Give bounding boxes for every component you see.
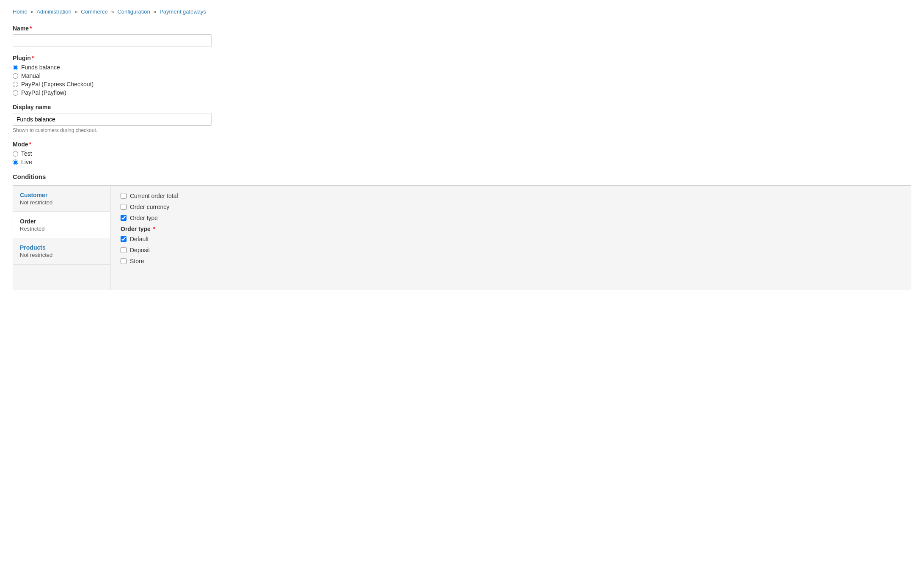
order-type-store-label[interactable]: Store — [130, 258, 144, 264]
conditions-title: Conditions — [13, 173, 911, 180]
name-field-group: Name* — [13, 25, 911, 47]
order-type-checkbox[interactable] — [121, 215, 126, 221]
mode-test: Test — [13, 150, 911, 157]
mode-live-radio[interactable] — [13, 160, 18, 165]
current-order-total-label[interactable]: Current order total — [130, 193, 178, 199]
condition-order-title: Order — [20, 218, 103, 225]
condition-products-subtitle: Not restricted — [20, 252, 103, 258]
mode-test-radio[interactable] — [13, 151, 18, 157]
mode-field-group: Mode* Test Live — [13, 141, 911, 165]
plugin-paypal-payflow: PayPal (Payflow) — [13, 89, 911, 96]
condition-customer-title: Customer — [20, 192, 103, 198]
mode-test-label[interactable]: Test — [21, 150, 32, 157]
checkbox-order-currency: Order currency — [121, 204, 901, 210]
order-type-deposit-checkbox[interactable] — [121, 247, 126, 253]
condition-item-products[interactable]: Products Not restricted — [13, 238, 110, 264]
order-type-default-checkbox[interactable] — [121, 236, 126, 242]
checkbox-current-order-total: Current order total — [121, 193, 901, 199]
breadcrumb-commerce[interactable]: Commerce — [81, 8, 108, 15]
condition-item-order[interactable]: Order Restricted — [13, 212, 110, 238]
plugin-paypal-express-label[interactable]: PayPal (Express Checkout) — [21, 81, 94, 88]
plugin-manual-radio[interactable] — [13, 73, 18, 79]
plugin-funds-balance-radio[interactable] — [13, 65, 18, 70]
plugin-paypal-express-radio[interactable] — [13, 82, 18, 87]
breadcrumb-payment-gateways[interactable]: Payment gateways — [160, 8, 206, 15]
order-type-label[interactable]: Order type — [130, 215, 158, 221]
plugin-paypal-payflow-radio[interactable] — [13, 90, 18, 96]
breadcrumb-administration[interactable]: Administration — [36, 8, 71, 15]
order-type-deposit: Deposit — [121, 247, 901, 253]
plugin-funds-balance-label[interactable]: Funds balance — [21, 64, 60, 71]
condition-products-title: Products — [20, 244, 103, 251]
mode-label: Mode* — [13, 141, 911, 148]
plugin-paypal-express: PayPal (Express Checkout) — [13, 81, 911, 88]
order-type-store-checkbox[interactable] — [121, 258, 126, 264]
condition-order-subtitle: Restricted — [20, 226, 103, 232]
order-currency-label[interactable]: Order currency — [130, 204, 169, 210]
conditions-container: Customer Not restricted Order Restricted… — [13, 185, 911, 290]
order-type-deposit-label[interactable]: Deposit — [130, 247, 150, 253]
plugin-paypal-payflow-label[interactable]: PayPal (Payflow) — [21, 89, 66, 96]
name-label: Name* — [13, 25, 911, 32]
breadcrumb: Home » Administration » Commerce » Confi… — [13, 8, 911, 15]
condition-customer-subtitle: Not restricted — [20, 199, 103, 206]
plugin-field-group: Plugin* Funds balance Manual PayPal (Exp… — [13, 55, 911, 96]
conditions-sidebar: Customer Not restricted Order Restricted… — [13, 186, 110, 290]
name-input[interactable] — [13, 34, 212, 47]
mode-live-label[interactable]: Live — [21, 159, 32, 165]
conditions-section: Conditions Customer Not restricted Order… — [13, 173, 911, 290]
display-name-input[interactable] — [13, 113, 212, 126]
order-type-default: Default — [121, 236, 901, 242]
order-type-default-label[interactable]: Default — [130, 236, 148, 242]
display-name-hint: Shown to customers during checkout. — [13, 127, 911, 133]
current-order-total-checkbox[interactable] — [121, 193, 126, 199]
condition-item-empty — [13, 264, 110, 290]
breadcrumb-home[interactable]: Home — [13, 8, 28, 15]
order-currency-checkbox[interactable] — [121, 204, 126, 210]
display-name-label: Display name — [13, 104, 911, 110]
order-type-section-label: Order type * — [121, 226, 901, 232]
plugin-manual-label[interactable]: Manual — [21, 72, 41, 79]
plugin-label: Plugin* — [13, 55, 911, 61]
checkbox-order-type: Order type — [121, 215, 901, 221]
display-name-field-group: Display name Shown to customers during c… — [13, 104, 911, 133]
order-type-store: Store — [121, 258, 901, 264]
plugin-funds-balance: Funds balance — [13, 64, 911, 71]
mode-live: Live — [13, 159, 911, 165]
condition-item-customer[interactable]: Customer Not restricted — [13, 186, 110, 212]
order-type-section: Order type * Default Deposit Store — [121, 226, 901, 264]
plugin-manual: Manual — [13, 72, 911, 79]
conditions-content: Current order total Order currency Order… — [110, 186, 911, 290]
breadcrumb-configuration[interactable]: Configuration — [117, 8, 150, 15]
